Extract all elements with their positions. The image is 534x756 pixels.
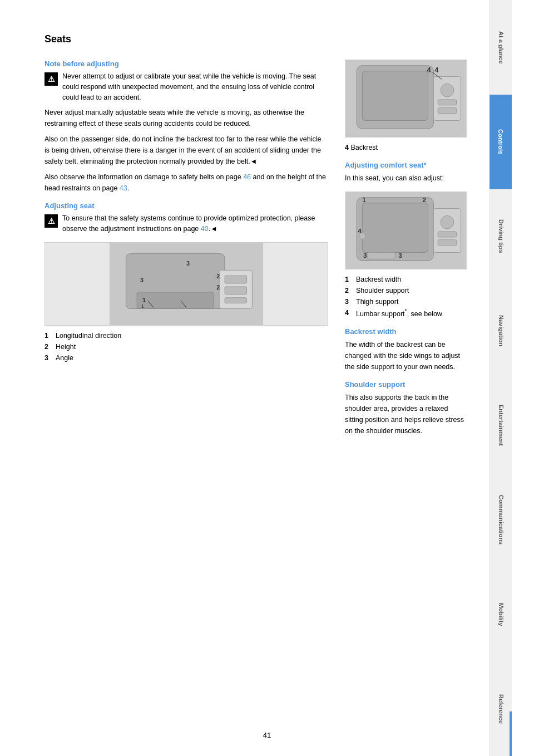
section-title: Seats [44, 33, 467, 45]
backrest-caption: 4 Backrest [345, 142, 467, 153]
comfort-item-4-num: 4 [345, 307, 353, 320]
backrest-caption-label: Backrest [350, 144, 378, 151]
svg-rect-17 [362, 71, 428, 121]
sidebar-tab-at-a-glance[interactable]: At a glance [490, 0, 512, 95]
svg-rect-18 [433, 77, 461, 121]
seat-diagram-1: 1 1 2 2 3 3 [44, 242, 328, 326]
svg-rect-4 [225, 276, 246, 283]
sidebar-tab-reference[interactable]: Reference [490, 661, 512, 756]
svg-rect-27 [362, 203, 428, 253]
svg-text:1: 1 [362, 196, 366, 204]
svg-rect-5 [225, 287, 246, 294]
svg-rect-6 [225, 297, 246, 303]
warning-icon-1: ⚠ [44, 72, 58, 86]
comfort-item-1-num: 1 [345, 274, 353, 285]
svg-rect-32 [438, 232, 457, 237]
comfort-item-1: 1 Backrest width [345, 274, 467, 285]
sidebar-tab-controls[interactable]: Controls [490, 95, 512, 189]
right-column: 4 4 4 Backrest Adjusting comfort seat* I… [345, 52, 467, 441]
comfort-item-1-label: Backrest width [356, 274, 401, 285]
comfort-items-list: 1 Backrest width 2 Shoulder support 3 Th… [345, 274, 467, 320]
svg-rect-33 [438, 240, 457, 246]
shoulder-support-heading: Shoulder support [345, 380, 467, 389]
warning-icon-2: ⚠ [44, 214, 58, 228]
svg-text:4: 4 [434, 66, 439, 74]
backrest-diagram: 4 4 [345, 60, 467, 138]
body-text-3-prefix: Also observe the information on damage t… [44, 173, 243, 181]
sidebar: At a glance Controls Driving tips Naviga… [490, 0, 512, 756]
svg-text:3: 3 [363, 252, 367, 259]
svg-text:4: 4 [427, 66, 431, 74]
backrest-width-body: The width of the backrest can be changed… [345, 339, 467, 372]
seat-item-2-num: 2 [44, 341, 52, 352]
seat-items-list: 1 Longitudinal direction 2 Height 3 Angl… [44, 330, 328, 364]
comfort-item-2-label: Shoulder support [356, 285, 409, 296]
warning-block-2: ⚠ To ensure that the safety systems cont… [44, 213, 328, 234]
svg-rect-37 [368, 252, 395, 259]
comfort-item-3-num: 3 [345, 296, 353, 307]
comfort-item-4-label: Lumbar support*, see below [356, 307, 442, 320]
sidebar-tab-navigation[interactable]: Navigation [490, 283, 512, 378]
seat-item-3-num: 3 [44, 352, 52, 364]
note-before-adjusting-heading: Note before adjusting [44, 60, 328, 68]
warning-block-1: ⚠ Never attempt to adjust or calibrate y… [44, 71, 328, 102]
body-text-2: Also on the passenger side, do not incli… [44, 134, 328, 167]
adjusting-comfort-heading: Adjusting comfort seat* [345, 161, 467, 169]
svg-rect-30 [433, 209, 461, 253]
seat-item-1: 1 Longitudinal direction [44, 330, 328, 341]
comfort-item-3: 3 Thigh support [345, 296, 467, 307]
link-page-40[interactable]: 40 [201, 225, 209, 233]
svg-point-19 [441, 84, 454, 97]
page-number: 41 [263, 731, 271, 739]
seat-item-3: 3 Angle [44, 352, 328, 364]
svg-text:2: 2 [423, 196, 427, 204]
body-text-3: Also observe the information on damage t… [44, 171, 328, 194]
sidebar-tab-driving-tips[interactable]: Driving tips [490, 189, 512, 284]
warning-text-2-body: To ensure that the safety systems contin… [62, 214, 315, 233]
link-page-43[interactable]: 43 [120, 184, 127, 192]
left-column: Note before adjusting ⚠ Never attempt to… [44, 52, 328, 441]
warning-text-1: Never attempt to adjust or calibrate you… [62, 71, 328, 102]
svg-text:3: 3 [398, 252, 402, 259]
body-text-1: Never adjust manually adjustable seats w… [44, 107, 328, 129]
link-page-46[interactable]: 46 [243, 173, 251, 181]
svg-text:3: 3 [186, 260, 190, 267]
seat-item-1-label: Longitudinal direction [56, 330, 121, 341]
svg-text:1: 1 [141, 303, 144, 309]
svg-rect-21 [438, 108, 457, 114]
backrest-caption-num: 4 [345, 144, 349, 151]
seat-item-3-label: Angle [56, 352, 73, 364]
svg-text:2: 2 [216, 273, 220, 279]
shoulder-support-body: This also supports the back in the shoul… [345, 392, 467, 436]
comfort-seat-diagram: 1 2 4 3 3 [345, 192, 467, 269]
seat-item-2-label: Height [56, 341, 76, 352]
warning-text-2-suffix: .◄ [209, 225, 217, 233]
sidebar-tab-entertainment[interactable]: Entertainment [490, 378, 512, 473]
svg-point-35 [359, 233, 365, 239]
blue-bar-decoration [510, 711, 512, 756]
seat-item-2: 2 Height [44, 341, 328, 352]
svg-text:1: 1 [142, 296, 146, 303]
svg-text:2: 2 [216, 284, 220, 291]
comfort-item-4: 4 Lumbar support*, see below [345, 307, 467, 320]
comfort-intro: In this seat, you can also adjust: [345, 173, 467, 184]
sidebar-tab-mobility[interactable]: Mobility [490, 567, 512, 662]
svg-point-31 [441, 215, 454, 229]
sidebar-tab-communications[interactable]: Communications [490, 473, 512, 567]
comfort-item-3-label: Thigh support [356, 296, 398, 307]
svg-rect-2 [137, 292, 214, 309]
comfort-item-2-num: 2 [345, 285, 353, 296]
backrest-width-heading: Backrest width [345, 327, 467, 336]
adjusting-seat-heading: Adjusting seat [44, 202, 328, 210]
comfort-item-2: 2 Shoulder support [345, 285, 467, 296]
svg-rect-20 [438, 100, 457, 105]
seat-item-1-num: 1 [44, 330, 52, 341]
body-text-3-suffix: . [127, 184, 129, 192]
svg-text:3: 3 [140, 277, 144, 283]
warning-text-2: To ensure that the safety systems contin… [62, 213, 328, 234]
